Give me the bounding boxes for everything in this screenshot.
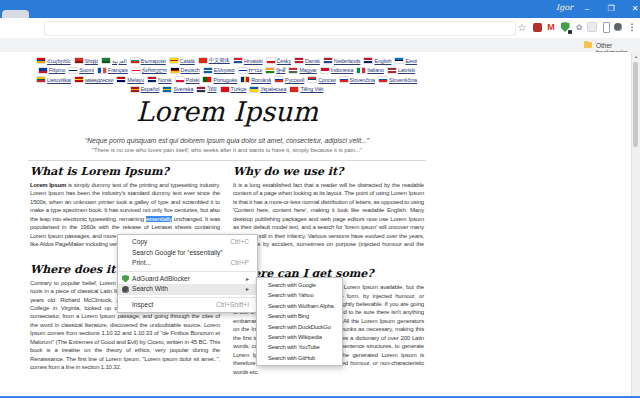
minimize-button[interactable]: – [578, 1, 596, 17]
browser-tab[interactable] [2, 10, 29, 18]
language-link[interactable]: Filipino [39, 67, 65, 73]
language-link[interactable]: Slovenčina [340, 77, 375, 83]
chrome-menu-icon[interactable]: ⋮ [626, 21, 638, 34]
language-label: македонски [85, 77, 113, 83]
language-link[interactable]: ไทย [197, 85, 216, 93]
submenu-item-search-with-wolfram-alpha[interactable]: Search with Wolfram Alpha [257, 301, 342, 311]
language-link[interactable]: Slovenščina [379, 77, 417, 83]
language-row: EspañolSvenskaไทยTürkçeУкраїнськаTiếng V… [28, 85, 426, 95]
flag-icon [204, 68, 212, 73]
flag-icon [395, 58, 403, 63]
language-label: Polski [186, 77, 200, 83]
language-label: Česky [277, 58, 291, 64]
language-link[interactable]: Italiano [357, 67, 384, 73]
language-row: LietuviškaiмакедонскиMelayuNorskPolskiPo… [28, 75, 426, 85]
language-link[interactable]: עברית [239, 67, 263, 73]
menu-item-adguard-adblocker[interactable]: AdGuard AdBlocker▸ [118, 274, 257, 285]
flag-icon [171, 68, 179, 73]
language-link[interactable]: Česky [267, 58, 291, 64]
submenu-item-search-with-wikipedia[interactable]: Search with Wikipedia [257, 332, 342, 342]
submenu-item-search-with-bing[interactable]: Search with Bing [257, 311, 342, 321]
language-link[interactable]: Shqip [75, 58, 98, 64]
language-link[interactable]: Dansk [295, 58, 320, 64]
flag-icon [266, 68, 274, 73]
language-link[interactable]: Latviski [388, 67, 415, 73]
language-link[interactable]: Magyar [289, 67, 316, 73]
language-link[interactable]: Indonesia [321, 67, 353, 73]
language-link[interactable]: Polski [176, 77, 200, 83]
flag-icon [163, 87, 171, 92]
language-link[interactable]: Tiếng Việt [290, 86, 323, 92]
scrollbar-up-icon[interactable]: ▲ [632, 53, 640, 61]
language-label: Lietuviškai [47, 77, 71, 83]
gmail-extension-icon[interactable]: M [545, 21, 557, 34]
adguard-extension-icon[interactable] [559, 21, 571, 34]
language-link[interactable]: македонски [75, 77, 113, 83]
language-link[interactable]: Български [131, 58, 166, 64]
language-link[interactable]: Eesti [395, 58, 416, 64]
language-label: Deutsch [181, 67, 200, 73]
flag-icon [69, 68, 77, 73]
menu-item-search-with[interactable]: Search With▸ [118, 284, 257, 295]
flag-icon [176, 77, 184, 82]
language-link[interactable]: Nederlands [324, 58, 361, 64]
language-link[interactable]: Português [203, 77, 237, 83]
language-link[interactable]: العربية [102, 58, 127, 64]
language-label: 中文简体 [209, 57, 230, 64]
flag-icon [239, 68, 247, 73]
scrollbar-thumb[interactable] [633, 62, 638, 147]
menu-item-copy[interactable]: CopyCtrl+C [118, 237, 257, 248]
language-link[interactable]: Հայերեն [37, 58, 71, 64]
flag-icon [75, 77, 83, 82]
language-link[interactable]: Svenska [163, 86, 193, 92]
address-bar[interactable] [44, 21, 516, 36]
extension-phone-icon[interactable] [600, 21, 612, 34]
scrollbar[interactable]: ▲ [631, 52, 640, 397]
flag-icon [170, 58, 178, 63]
language-link[interactable]: Español [131, 86, 160, 92]
language-link[interactable]: Deutsch [171, 67, 200, 73]
heading-what-is: What is Lorem Ipsum? [30, 165, 220, 178]
paragraph-why-use: It is a long established fact that a rea… [233, 181, 424, 257]
language-link[interactable]: Français [98, 67, 128, 73]
language-link[interactable]: Română [241, 77, 271, 83]
submenu-item-search-with-github[interactable]: Search with GitHub [257, 353, 342, 363]
language-link[interactable]: Pyccкий [275, 77, 304, 83]
language-link[interactable]: हिन्दी [266, 67, 285, 74]
language-link[interactable]: Hrvatski [234, 58, 263, 64]
language-link[interactable]: Melayu [117, 77, 144, 83]
flag-icon [321, 68, 329, 73]
menu-item-print[interactable]: Print...Ctrl+P [118, 258, 257, 269]
language-link[interactable]: Українська [250, 86, 286, 92]
extension-disabled-icon[interactable] [586, 21, 598, 34]
submenu-item-search-with-duckduckgo[interactable]: Search with DuckDuckGo [257, 322, 342, 332]
bookmark-star-icon[interactable]: ☆ [516, 21, 528, 34]
selected-text: essentially [146, 216, 172, 222]
language-label: Latviski [398, 67, 415, 73]
language-link[interactable]: Suomi [69, 67, 94, 73]
language-link[interactable]: Norsk [148, 77, 172, 83]
bookmarks-bar: Other bookmarks [0, 38, 640, 53]
language-link[interactable]: Català [170, 58, 195, 64]
language-label: עברית [249, 67, 263, 73]
menu-item-search-google-for-essentially[interactable]: Search Google for “essentially” [118, 248, 257, 259]
language-link[interactable]: 中文简体 [199, 57, 230, 64]
submenu-item-search-with-yahoo[interactable]: Search with Yahoo [257, 290, 342, 300]
submenu-item-search-with-google[interactable]: Search with Google [257, 280, 342, 290]
submenu-item-search-with-youtube[interactable]: Search with YouTube [257, 342, 342, 352]
language-link[interactable]: English [364, 58, 391, 64]
maximize-button[interactable]: ❐ [602, 1, 620, 17]
submenu-arrow-icon: ▸ [246, 284, 249, 295]
extension-flower-icon[interactable]: ✿ [573, 21, 585, 34]
language-link[interactable]: Српски [308, 77, 335, 83]
menu-shortcut: Ctrl+C [230, 237, 249, 248]
menu-item-inspect[interactable]: InspectCtrl+Shift+I [118, 300, 257, 311]
extension-red-square-icon[interactable] [531, 21, 543, 34]
language-link[interactable]: Lietuviškai [37, 77, 71, 83]
language-link[interactable]: Ελληνικά [204, 67, 235, 73]
language-link[interactable]: Türkçe [221, 86, 247, 92]
profile-name: Igor [556, 3, 573, 12]
search-with-extension-icon[interactable] [612, 21, 624, 34]
close-button[interactable]: ✕ [626, 1, 640, 17]
language-link[interactable]: ქართული [132, 67, 167, 73]
